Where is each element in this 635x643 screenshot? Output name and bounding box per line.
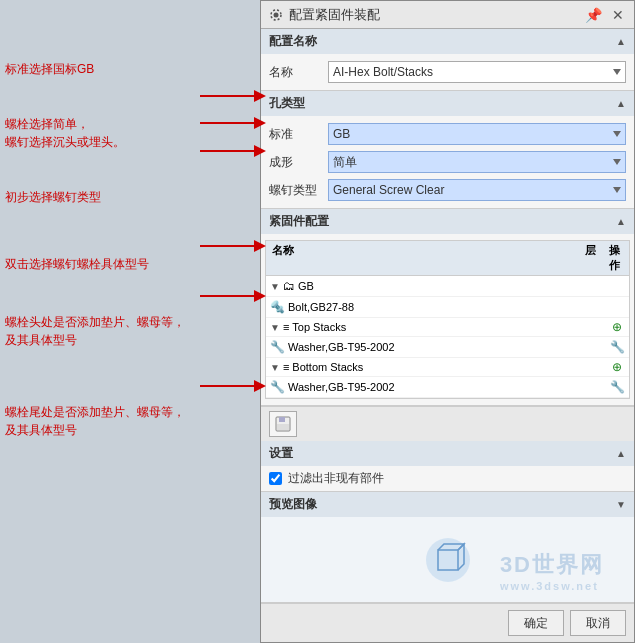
dialog-title-buttons: 📌 ✕ xyxy=(583,7,626,23)
config-name-section: 配置名称 ▲ 名称 AI-Hex Bolt/Stacks xyxy=(261,29,634,91)
settings-body: 过滤出非现有部件 xyxy=(261,466,634,491)
annotation-2: 螺栓选择简单，螺钉选择沉头或埋头。 xyxy=(5,115,125,151)
washer-icon: 🔧 xyxy=(270,380,285,394)
table-row: 🔧 Washer,GB-T95-2002 🔧 xyxy=(266,377,629,398)
settings-section: 设置 ▲ 过滤出非现有部件 xyxy=(261,441,634,492)
preview-3d-model xyxy=(418,530,478,590)
preview-chevron: ▼ xyxy=(616,499,626,510)
dialog-title-area: 配置紧固件装配 xyxy=(269,6,380,24)
add-icon[interactable]: ⊕ xyxy=(612,320,622,334)
bottom-toolbar xyxy=(261,406,634,441)
form-row: 成形 简单 xyxy=(261,148,634,176)
standard-row: 标准 GB xyxy=(261,120,634,148)
form-select[interactable]: 简单 xyxy=(328,151,626,173)
standard-select[interactable]: GB xyxy=(328,123,626,145)
fastener-config-header: 紧固件配置 ▲ xyxy=(261,209,634,234)
annotation-3: 初步选择螺钉类型 xyxy=(5,188,101,206)
close-button[interactable]: ✕ xyxy=(610,7,626,23)
annotation-6: 螺栓尾处是否添加垫片、螺母等，及其具体型号 xyxy=(5,403,185,439)
fastener-config-body: 名称 层 操作 ▼ 🗂 GB 🔩 xyxy=(261,234,634,405)
hole-type-chevron: ▲ xyxy=(616,98,626,109)
annotation-5: 螺栓头处是否添加垫片、螺母等，及其具体型号 xyxy=(5,313,185,349)
watermark: 3D世界网 www.3dsw.net xyxy=(500,550,604,592)
folder-icon: ▼ xyxy=(270,322,280,333)
gear-icon xyxy=(269,8,283,22)
settings-chevron: ▲ xyxy=(616,448,626,459)
svg-rect-3 xyxy=(279,417,285,422)
annotation-area: 标准选择国标GB 螺栓选择简单，螺钉选择沉头或埋头。 初步选择螺钉类型 双击选择… xyxy=(0,60,260,620)
preview-section: 预览图像 ▼ 3D世界网 www.3dsw.net xyxy=(261,492,634,603)
table-row: ▼ 🗂 GB xyxy=(266,276,629,297)
settings-header: 设置 ▲ xyxy=(261,441,634,466)
hole-type-section: 孔类型 ▲ 标准 GB 成形 简单 螺钉类型 General Screw Cle… xyxy=(261,91,634,209)
washer-icon: 🔧 xyxy=(270,340,285,354)
dialog-title: 配置紧固件装配 xyxy=(289,6,380,24)
row-icon-folder: 🗂 xyxy=(283,279,295,293)
wrench-icon[interactable]: 🔧 xyxy=(610,340,625,354)
screw-type-select[interactable]: General Screw Clear xyxy=(328,179,626,201)
pin-button[interactable]: 📌 xyxy=(583,7,604,23)
save-button[interactable] xyxy=(269,411,297,437)
table-row: ▼ ≡ Top Stacks ⊕ xyxy=(266,318,629,337)
table-row: 🔧 Washer,GB-T95-2002 🔧 xyxy=(266,337,629,358)
svg-rect-4 xyxy=(277,424,289,430)
preview-body: 3D世界网 www.3dsw.net xyxy=(261,517,634,602)
table-row[interactable]: 🔩 Bolt,GB27-88 xyxy=(266,297,629,318)
name-row: 名称 AI-Hex Bolt/Stacks xyxy=(261,58,634,86)
footer-buttons: 确定 取消 xyxy=(261,603,634,642)
wrench-icon[interactable]: 🔧 xyxy=(610,380,625,394)
svg-point-0 xyxy=(274,12,279,17)
fastener-config-chevron: ▲ xyxy=(616,216,626,227)
filter-checkbox[interactable] xyxy=(269,472,282,485)
config-name-header: 配置名称 ▲ xyxy=(261,29,634,54)
config-name-chevron: ▲ xyxy=(616,36,626,47)
confirm-button[interactable]: 确定 xyxy=(508,610,564,636)
fastener-table-header: 名称 层 操作 xyxy=(266,241,629,276)
stack-icon: ≡ xyxy=(283,361,289,373)
filter-row: 过滤出非现有部件 xyxy=(269,470,626,487)
dialog: 配置紧固件装配 📌 ✕ 配置名称 ▲ 名称 AI-Hex Bolt/Stacks… xyxy=(260,0,635,643)
stack-icon: ≡ xyxy=(283,321,289,333)
save-icon xyxy=(274,415,292,433)
hole-type-body: 标准 GB 成形 简单 螺钉类型 General Screw Clear xyxy=(261,116,634,208)
name-select[interactable]: AI-Hex Bolt/Stacks xyxy=(328,61,626,83)
annotation-1: 标准选择国标GB xyxy=(5,60,94,78)
preview-header: 预览图像 ▼ xyxy=(261,492,634,517)
screw-type-row: 螺钉类型 General Screw Clear xyxy=(261,176,634,204)
bolt-icon: 🔩 xyxy=(270,300,285,314)
hole-type-header: 孔类型 ▲ xyxy=(261,91,634,116)
dialog-titlebar: 配置紧固件装配 📌 ✕ xyxy=(261,1,634,29)
add-icon[interactable]: ⊕ xyxy=(612,360,622,374)
fastener-table: 名称 层 操作 ▼ 🗂 GB 🔩 xyxy=(265,240,630,399)
table-row: ▼ ≡ Bottom Stacks ⊕ xyxy=(266,358,629,377)
annotation-4: 双击选择螺钉螺栓具体型号 xyxy=(5,255,149,273)
cancel-button[interactable]: 取消 xyxy=(570,610,626,636)
folder-icon: ▼ xyxy=(270,362,280,373)
folder-icon: ▼ xyxy=(270,281,280,292)
fastener-config-section: 紧固件配置 ▲ 名称 层 操作 ▼ 🗂 GB xyxy=(261,209,634,406)
config-name-body: 名称 AI-Hex Bolt/Stacks xyxy=(261,54,634,90)
